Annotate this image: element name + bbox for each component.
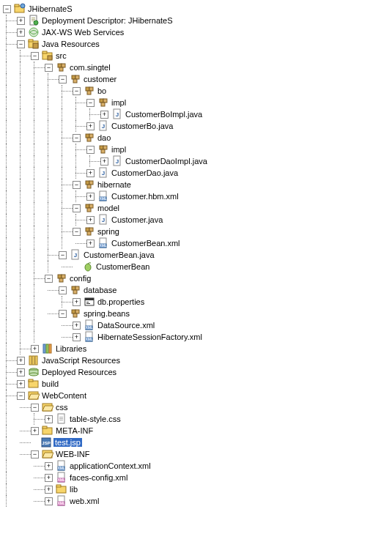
tree-item-label[interactable]: spring.beans [83,309,130,318]
tree-item[interactable]: +Libraries [3,343,392,354]
expand-toggle[interactable]: + [17,17,25,25]
tree-item[interactable]: +XMLweb.xml [3,495,392,507]
expand-toggle[interactable]: + [45,462,53,470]
tree-item-label[interactable]: Customer.hbm.xml [111,192,179,201]
tree-item[interactable]: −database [3,284,392,296]
collapse-toggle[interactable]: − [17,40,25,48]
tree-item-label[interactable]: config [69,274,91,283]
expand-toggle[interactable]: + [86,216,95,224]
tree-item-label[interactable]: impl [111,145,126,154]
tree-item[interactable]: +XMLCustomerBean.xml [3,237,392,249]
tree-item-label[interactable]: database [83,286,117,294]
tree-item[interactable]: −JHibernateS [3,3,392,15]
tree-item-label[interactable]: CustomerDaoImpl.java [125,157,207,166]
tree-item-label[interactable]: JAX-WS Web Services [41,28,124,37]
tree-item-label[interactable]: hibernate [97,180,131,189]
collapse-toggle[interactable]: − [31,52,39,60]
tree-item-label[interactable]: lib [69,485,78,494]
collapse-toggle[interactable]: − [86,146,95,154]
tree-item[interactable]: −bo [3,85,392,97]
tree-item-label[interactable]: JavaScript Resources [41,356,120,365]
tree-item[interactable]: +XMLDataSource.xml [3,319,392,331]
expand-toggle[interactable]: + [86,169,95,177]
tree-item-label[interactable]: JHibernateS [27,4,73,13]
tree-item-label[interactable]: Java Resources [41,40,100,48]
tree-item[interactable]: +JCustomerDao.java [3,167,392,179]
tree-item-label[interactable]: META-INF [55,426,93,435]
collapse-toggle[interactable]: − [73,87,81,95]
tree-item-label[interactable]: CustomerBean.java [83,250,155,259]
collapse-toggle[interactable]: − [45,275,53,283]
tree-item-label[interactable]: DataSource.xml [97,321,155,330]
collapse-toggle[interactable]: − [59,286,67,294]
tree-item-label[interactable]: WEB-INF [55,450,89,459]
tree-item[interactable]: −dao [3,132,392,144]
tree-item[interactable]: +JCustomerDaoImpl.java [3,155,392,167]
collapse-toggle[interactable]: − [45,64,53,72]
tree-item-label[interactable]: css [55,403,68,412]
tree-item-label[interactable]: CustomerBean [95,262,149,271]
tree-item-label[interactable]: Libraries [55,344,86,353]
tree-item-label[interactable]: build [41,379,59,388]
expand-toggle[interactable]: + [73,298,81,306]
collapse-toggle[interactable]: − [73,134,81,142]
tree-item[interactable]: +XMLapplicationContext.xml [3,460,392,472]
tree-item[interactable]: +lib [3,483,392,495]
tree-item-label[interactable]: faces-config.xml [69,473,127,482]
tree-item[interactable]: −WEB-INF [3,448,392,460]
expand-toggle[interactable]: + [17,29,25,37]
tree-item[interactable]: +XMLHibernateSessionFactory.xml [3,331,392,343]
tree-item[interactable]: +XMLCustomer.hbm.xml [3,190,392,202]
tree-item[interactable]: +table-style.css [3,413,392,425]
expand-toggle[interactable]: + [45,415,53,423]
package-explorer-tree[interactable]: −JHibernateS+Deployment Descriptor: JHib… [3,3,392,507]
tree-item-label[interactable]: WebContent [41,391,86,400]
tree-item-label[interactable]: Customer.java [111,215,163,224]
tree-item[interactable]: −css [3,401,392,413]
tree-item[interactable]: −JCustomerBean.java [3,249,392,261]
collapse-toggle[interactable]: − [59,75,67,83]
expand-toggle[interactable]: + [17,380,25,388]
tree-item-label[interactable]: test.jsp [53,438,82,447]
tree-item-label[interactable]: com.singtel [69,63,111,72]
expand-toggle[interactable]: + [45,497,53,505]
collapse-toggle[interactable]: − [59,310,67,318]
collapse-toggle[interactable]: − [59,251,67,259]
expand-toggle[interactable]: + [100,111,108,119]
tree-item[interactable]: JSPtest.jsp [3,437,392,448]
expand-toggle[interactable]: + [86,193,95,201]
tree-item[interactable]: −Java Resources [3,38,392,50]
tree-item-label[interactable]: model [97,204,119,212]
expand-toggle[interactable]: + [31,345,39,353]
tree-item[interactable]: −customer [3,73,392,85]
tree-item[interactable]: +db.properties [3,296,392,308]
tree-item-label[interactable]: CustomerBo.java [111,122,173,130]
tree-item-label[interactable]: db.properties [97,297,144,306]
tree-item-label[interactable]: table-style.css [69,415,121,423]
tree-item[interactable]: −com.singtel [3,62,392,73]
tree-item[interactable]: +Deployment Descriptor: JHibernateS [3,15,392,26]
tree-item[interactable]: +XMLfaces-config.xml [3,472,392,483]
tree-item[interactable]: −WebContent [3,390,392,401]
collapse-toggle[interactable]: − [31,450,39,459]
tree-item[interactable]: +JavaScript Resources [3,354,392,366]
expand-toggle[interactable]: + [45,486,53,494]
tree-item-label[interactable]: CustomerBean.xml [111,239,180,248]
expand-toggle[interactable]: + [17,368,25,376]
collapse-toggle[interactable]: − [73,228,81,236]
collapse-toggle[interactable]: − [73,204,81,212]
tree-item[interactable]: −hibernate [3,179,392,190]
collapse-toggle[interactable]: − [17,392,25,400]
tree-item-label[interactable]: CustomerBoImpl.java [125,110,202,119]
expand-toggle[interactable]: + [31,427,39,435]
tree-item-label[interactable]: applicationContext.xml [69,461,151,470]
expand-toggle[interactable]: + [86,240,95,248]
expand-toggle[interactable]: + [45,474,53,482]
tree-item-label[interactable]: web.xml [69,497,99,505]
tree-item[interactable]: −impl [3,144,392,155]
tree-item[interactable]: −model [3,202,392,214]
tree-item-label[interactable]: bo [97,86,106,95]
tree-item[interactable]: +JAX-WS Web Services [3,26,392,38]
tree-item-label[interactable]: CustomerDao.java [111,168,178,177]
tree-item-label[interactable]: src [55,51,67,60]
